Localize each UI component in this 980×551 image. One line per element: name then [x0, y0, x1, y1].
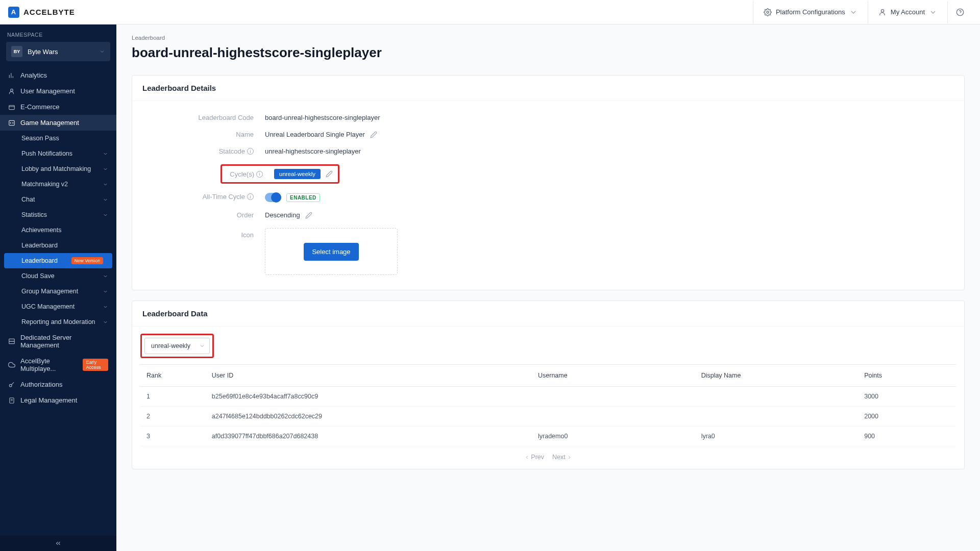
- alltime-status: ENABLED: [286, 193, 320, 202]
- breadcrumb: Leaderboard: [132, 35, 965, 41]
- sidebar-collapse-button[interactable]: [0, 536, 116, 551]
- user-icon: [8, 88, 15, 95]
- key-icon: [8, 381, 15, 388]
- sidebar-item-user-management[interactable]: User Management: [0, 83, 116, 99]
- edit-icon[interactable]: [305, 212, 312, 219]
- value-name: Unreal Leaderboard Single Player: [265, 131, 365, 138]
- value-leaderboard-code: board-unreal-highestscore-singleplayer: [265, 114, 380, 121]
- alltime-toggle[interactable]: [265, 193, 281, 202]
- chevron-down-icon: [103, 289, 108, 294]
- value-statcode: unreal-highestscore-singleplayer: [265, 147, 361, 155]
- sidebar-item-leaderboard-new[interactable]: Leaderboard New Version: [4, 253, 112, 268]
- svg-point-1: [881, 9, 884, 12]
- card-title-details: Leaderboard Details: [132, 76, 964, 101]
- info-icon[interactable]: i: [256, 171, 263, 178]
- my-account-menu[interactable]: My Account: [868, 1, 947, 23]
- page-title: board-unreal-highestscore-singleplayer: [132, 45, 965, 61]
- label-leaderboard-code: Leaderboard Code: [142, 114, 265, 121]
- label-icon: Icon: [142, 228, 265, 239]
- table-row: 2 a247f4685e124bddbb0262cdc62cec29 2000: [140, 407, 956, 427]
- chevron-down-icon: [103, 273, 108, 279]
- table-row: 1 b25e69f01e8c4e93b4acaff7a8cc90c9 3000: [140, 387, 956, 407]
- pagination: Prev Next: [140, 446, 956, 464]
- namespace-name: Byte Wars: [28, 48, 94, 56]
- sidebar-item-leaderboard[interactable]: Leaderboard: [0, 238, 116, 253]
- select-image-button[interactable]: Select image: [304, 243, 358, 261]
- analytics-icon: [8, 72, 15, 79]
- col-user-id: User ID: [206, 365, 532, 387]
- namespace-label: NAMESPACE: [0, 24, 116, 42]
- sidebar-item-push-notifications[interactable]: Push Notifications: [0, 146, 116, 161]
- svg-point-7: [11, 89, 13, 91]
- sidebar-item-group-management[interactable]: Group Management: [0, 284, 116, 299]
- platform-configurations-menu[interactable]: Platform Configurations: [753, 1, 868, 23]
- early-access-badge: Early Access: [83, 359, 108, 371]
- value-order: Descending: [265, 211, 300, 219]
- cycle-tag: unreal-weekly: [274, 169, 321, 179]
- sidebar-item-dedicated-server[interactable]: Dedicated Server Management: [0, 330, 116, 353]
- leaderboard-data-card: Leaderboard Data unreal-weekly Rank User…: [132, 300, 965, 469]
- sidebar-item-chat[interactable]: Chat: [0, 192, 116, 207]
- col-username: Username: [532, 365, 695, 387]
- chevron-down-icon: [849, 8, 857, 16]
- sidebar-item-reporting-moderation[interactable]: Reporting and Moderation: [0, 314, 116, 330]
- sidebar-item-ugc-management[interactable]: UGC Management: [0, 299, 116, 314]
- chevron-down-icon: [103, 182, 108, 187]
- chevron-down-icon: [103, 319, 108, 325]
- svg-point-10: [10, 122, 11, 123]
- col-display-name: Display Name: [695, 365, 859, 387]
- sidebar-item-game-management[interactable]: Game Management: [0, 115, 116, 131]
- label-statcode: Statcode: [219, 147, 245, 155]
- label-alltime-cycle: All-Time Cycle: [203, 193, 245, 201]
- svg-rect-12: [9, 339, 15, 341]
- svg-point-14: [9, 384, 12, 387]
- brand-logo[interactable]: A ACCELBYTE: [8, 7, 75, 18]
- chevron-down-icon: [103, 197, 108, 203]
- label-cycles: Cycle(s): [230, 170, 254, 178]
- chevron-down-icon: [103, 304, 108, 310]
- sidebar: NAMESPACE BY Byte Wars Analytics User Ma…: [0, 24, 116, 551]
- sidebar-item-ecommerce[interactable]: E-Commerce: [0, 99, 116, 115]
- new-version-badge: New Version: [71, 257, 104, 264]
- breadcrumb-leaderboard[interactable]: Leaderboard: [132, 35, 165, 41]
- chevron-right-icon: [567, 455, 572, 460]
- sidebar-item-statistics[interactable]: Statistics: [0, 207, 116, 222]
- gear-icon: [764, 8, 772, 16]
- sidebar-item-authorizations[interactable]: Authorizations: [0, 377, 116, 392]
- svg-point-0: [767, 11, 769, 13]
- icon-dropzone[interactable]: Select image: [265, 228, 398, 275]
- edit-icon[interactable]: [326, 170, 333, 178]
- namespace-badge: BY: [11, 46, 22, 57]
- chevron-double-left-icon: [55, 540, 62, 547]
- sidebar-item-matchmaking-v2[interactable]: Matchmaking v2: [0, 177, 116, 192]
- sidebar-item-cloud-save[interactable]: Cloud Save: [0, 268, 116, 284]
- namespace-selector[interactable]: BY Byte Wars: [6, 42, 110, 61]
- sidebar-item-season-pass[interactable]: Season Pass: [0, 131, 116, 146]
- help-icon: [956, 8, 964, 16]
- sidebar-item-accelbyte-multiplayer[interactable]: AccelByte Multiplaye... Early Access: [0, 353, 116, 377]
- info-icon[interactable]: i: [247, 148, 254, 155]
- svg-point-11: [13, 122, 13, 123]
- prev-button[interactable]: Prev: [524, 454, 544, 461]
- chevron-down-icon: [99, 48, 105, 55]
- cycle-filter-select[interactable]: unreal-weekly: [144, 338, 210, 354]
- user-icon: [878, 8, 887, 16]
- next-button[interactable]: Next: [552, 454, 572, 461]
- cart-icon: [8, 104, 15, 111]
- sidebar-item-analytics[interactable]: Analytics: [0, 67, 116, 83]
- sidebar-item-achievements[interactable]: Achievements: [0, 222, 116, 238]
- server-icon: [8, 338, 15, 345]
- sidebar-item-lobby-matchmaking[interactable]: Lobby and Matchmaking: [0, 161, 116, 177]
- edit-icon[interactable]: [370, 131, 377, 138]
- chevron-down-icon: [199, 343, 205, 349]
- svg-rect-8: [9, 105, 15, 109]
- info-icon[interactable]: i: [247, 193, 254, 200]
- label-order: Order: [142, 211, 265, 219]
- game-icon: [8, 119, 15, 127]
- help-button[interactable]: [947, 1, 972, 23]
- brand-logo-icon: A: [8, 7, 19, 18]
- sidebar-item-legal-management[interactable]: Legal Management: [0, 392, 116, 408]
- table-row: 3 af0d339077ff47dbbf686a207d682438 lyrad…: [140, 427, 956, 446]
- topbar: A ACCELBYTE Platform Configurations My A…: [0, 0, 980, 24]
- svg-rect-13: [9, 341, 15, 344]
